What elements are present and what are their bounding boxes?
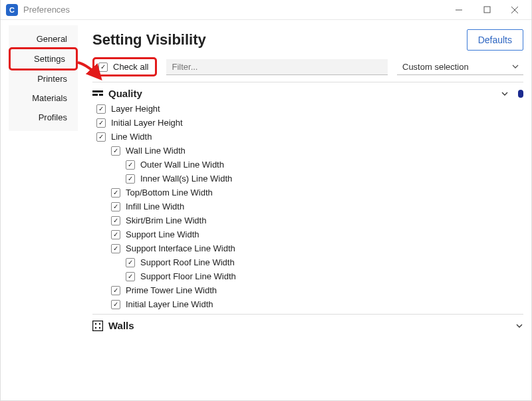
minimize-button[interactable] — [445, 1, 473, 19]
setting-label: Inner Wall(s) Line Width — [140, 174, 232, 184]
setting-row: Line Width — [96, 130, 523, 144]
setting-checkbox[interactable] — [126, 160, 135, 170]
chevron-down-icon — [515, 322, 523, 330]
category-header-walls[interactable]: Walls — [92, 319, 523, 333]
category-label: Quality — [108, 88, 142, 99]
setting-checkbox[interactable] — [111, 216, 120, 225]
sidebar-item-materials[interactable]: Materials — [9, 88, 78, 108]
svg-point-8 — [95, 323, 96, 324]
setting-checkbox[interactable] — [96, 132, 106, 142]
maximize-icon — [483, 6, 491, 13]
select-value: Custom selection — [402, 62, 469, 72]
setting-label: Initial Layer Height — [111, 118, 183, 128]
svg-rect-7 — [93, 321, 103, 331]
setting-row: Support Line Width — [111, 227, 523, 241]
setting-row: Prime Tower Line Width — [111, 283, 523, 297]
setting-row: Wall Line Width — [111, 144, 523, 158]
setting-label: Support Floor Line Width — [140, 271, 236, 281]
setting-row: Infill Line Width — [111, 200, 523, 213]
sidebar-item-profiles[interactable]: Profiles — [9, 108, 78, 127]
setting-checkbox[interactable] — [126, 272, 135, 281]
setting-label: Layer Height — [111, 104, 160, 114]
window-title: Preferences — [23, 5, 70, 15]
close-icon — [511, 6, 519, 14]
setting-label: Support Interface Line Width — [126, 243, 235, 253]
svg-rect-6 — [99, 94, 103, 96]
setting-row: Support Roof Line Width — [126, 255, 523, 269]
filter-input[interactable] — [166, 59, 388, 75]
content-area: Setting Visibility Defaults Check all Cu… — [78, 25, 523, 401]
chevron-down-icon — [511, 63, 519, 70]
category-header-quality[interactable]: Quality — [92, 86, 523, 100]
sidebar-item-label: Materials — [32, 93, 67, 103]
setting-checkbox[interactable] — [126, 174, 135, 184]
maximize-button[interactable] — [473, 1, 501, 19]
setting-checkbox[interactable] — [111, 230, 120, 239]
setting-row: Layer Height — [96, 102, 523, 116]
sidebar-item-label: Profiles — [39, 112, 67, 122]
svg-rect-1 — [484, 7, 490, 13]
sidebar-item-label: General — [37, 34, 67, 44]
setting-checkbox[interactable] — [111, 244, 120, 253]
svg-point-10 — [95, 327, 96, 328]
setting-checkbox[interactable] — [111, 202, 120, 211]
svg-rect-4 — [92, 90, 103, 92]
sidebar: General Settings Printers Materials Prof… — [9, 25, 78, 131]
svg-point-11 — [99, 327, 100, 328]
page-title: Setting Visibility — [92, 31, 206, 49]
setting-label: Support Line Width — [126, 229, 200, 239]
check-all-group: Check all — [92, 57, 157, 76]
settings-tree-quality: Layer HeightInitial Layer HeightLine Wid… — [92, 102, 523, 311]
setting-label: Skirt/Brim Line Width — [126, 215, 206, 225]
sidebar-item-general[interactable]: General — [9, 29, 78, 49]
setting-row: Outer Wall Line Width — [126, 158, 523, 172]
setting-label: Initial Layer Line Width — [126, 299, 213, 309]
setting-row: Support Interface Line Width — [111, 241, 523, 255]
setting-label: Wall Line Width — [126, 146, 186, 156]
scroll-indicator[interactable] — [518, 90, 523, 98]
check-all-label: Check all — [113, 62, 148, 72]
close-button[interactable] — [501, 1, 529, 19]
chevron-down-icon — [501, 90, 509, 98]
app-icon: C — [6, 4, 18, 16]
divider — [92, 82, 523, 82]
setting-label: Prime Tower Line Width — [126, 285, 217, 295]
setting-checkbox[interactable] — [126, 258, 135, 267]
setting-checkbox[interactable] — [111, 188, 120, 198]
sidebar-item-printers[interactable]: Printers — [9, 69, 78, 88]
setting-checkbox[interactable] — [111, 286, 120, 295]
setting-row: Skirt/Brim Line Width — [111, 213, 523, 227]
setting-label: Support Roof Line Width — [140, 257, 235, 267]
svg-rect-5 — [92, 94, 98, 96]
setting-row: Initial Layer Line Width — [111, 297, 523, 311]
setting-label: Line Width — [111, 132, 152, 142]
titlebar: C Preferences — [1, 0, 531, 20]
svg-point-9 — [99, 323, 100, 324]
category-label: Walls — [108, 320, 134, 331]
setting-label: Outer Wall Line Width — [140, 160, 224, 170]
sidebar-item-label: Settings — [34, 54, 65, 64]
quality-icon — [92, 88, 103, 99]
setting-label: Infill Line Width — [126, 201, 184, 211]
minimize-icon — [455, 6, 463, 14]
setting-checkbox[interactable] — [111, 146, 120, 156]
divider — [92, 314, 523, 315]
setting-checkbox[interactable] — [111, 300, 120, 309]
setting-checkbox[interactable] — [96, 104, 106, 114]
visibility-select[interactable]: Custom selection — [397, 59, 523, 75]
setting-row: Initial Layer Height — [96, 116, 523, 130]
sidebar-item-settings[interactable]: Settings — [9, 47, 78, 70]
walls-icon — [92, 321, 103, 331]
check-all-checkbox[interactable] — [98, 63, 108, 72]
setting-row: Support Floor Line Width — [126, 269, 523, 283]
setting-label: Top/Bottom Line Width — [126, 188, 213, 198]
setting-row: Top/Bottom Line Width — [111, 186, 523, 200]
setting-row: Inner Wall(s) Line Width — [126, 172, 523, 186]
setting-checkbox[interactable] — [96, 118, 106, 128]
defaults-button[interactable]: Defaults — [467, 29, 523, 51]
sidebar-item-label: Printers — [37, 74, 67, 84]
